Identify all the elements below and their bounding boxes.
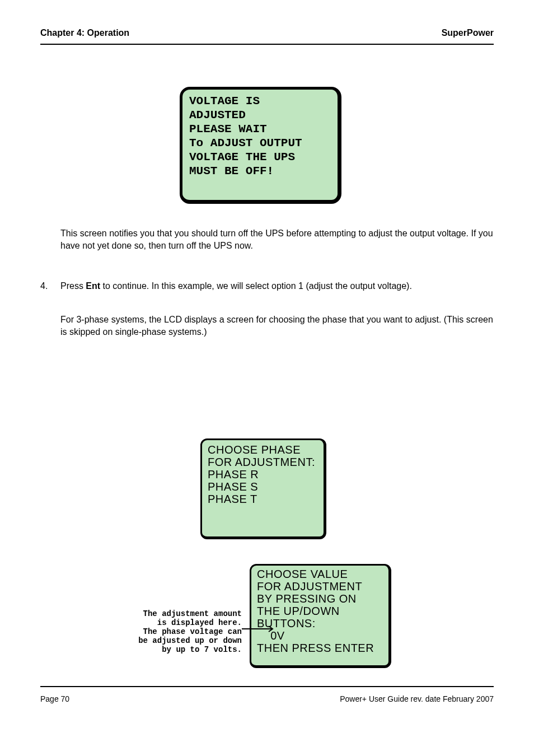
lcd1-line: VOLTAGE IS <box>189 94 331 108</box>
lcd-screen-2: CHOOSE PHASE FOR ADJUSTMENT: PHASE R PHA… <box>200 438 326 539</box>
lcd2-line: PHASE T <box>208 493 318 505</box>
p2-text: Press <box>60 281 86 291</box>
step-number: 4. <box>40 280 48 292</box>
lcd3-line: THEN PRESS ENTER <box>257 642 383 654</box>
paragraph-2: Press Ent to continue. In this example, … <box>60 280 497 292</box>
lcd1-line: To ADJUST OUTPUT <box>189 136 331 150</box>
lcd-screen-1: VOLTAGE IS ADJUSTED PLEASE WAIT To ADJUS… <box>180 87 341 204</box>
lcd3-line: FOR ADJUSTMENT <box>257 580 383 592</box>
lcd3-line: THE UP/DOWN <box>257 605 383 617</box>
page-footer-right: Power+ User Guide rev. date February 200… <box>340 694 494 703</box>
p2-key: Ent <box>86 281 100 291</box>
page-header-right: SuperPower <box>442 28 494 38</box>
lcd3-line: CHOOSE VALUE <box>257 568 383 580</box>
header-rule <box>40 44 494 45</box>
lcd-screen-3: CHOOSE VALUE FOR ADJUSTMENT BY PRESSING … <box>250 564 391 668</box>
arrow-icon <box>242 625 278 633</box>
lcd3-line: BY PRESSING ON <box>257 592 383 605</box>
footer-rule <box>40 686 494 687</box>
p2-text: to continue. In this example, we will se… <box>100 281 412 291</box>
lcd2-line: CHOOSE PHASE <box>208 444 318 456</box>
lcd2-line: PHASE R <box>208 468 318 480</box>
lcd1-line: PLEASE WAIT <box>189 122 331 136</box>
callout-note: The adjustment amount is displayed here.… <box>130 609 242 654</box>
lcd1-line: MUST BE OFF! <box>189 164 331 178</box>
lcd1-line: ADJUSTED <box>189 108 331 122</box>
lcd2-line: PHASE S <box>208 480 318 493</box>
lcd1-line: VOLTAGE THE UPS <box>189 150 331 164</box>
page-header-left: Chapter 4: Operation <box>40 28 129 38</box>
page-footer-left: Page 70 <box>40 694 69 703</box>
paragraph-1: This screen notifies you that you should… <box>60 227 497 252</box>
paragraph-3: For 3-phase systems, the LCD displays a … <box>60 314 497 338</box>
lcd2-line: FOR ADJUSTMENT: <box>208 456 318 468</box>
